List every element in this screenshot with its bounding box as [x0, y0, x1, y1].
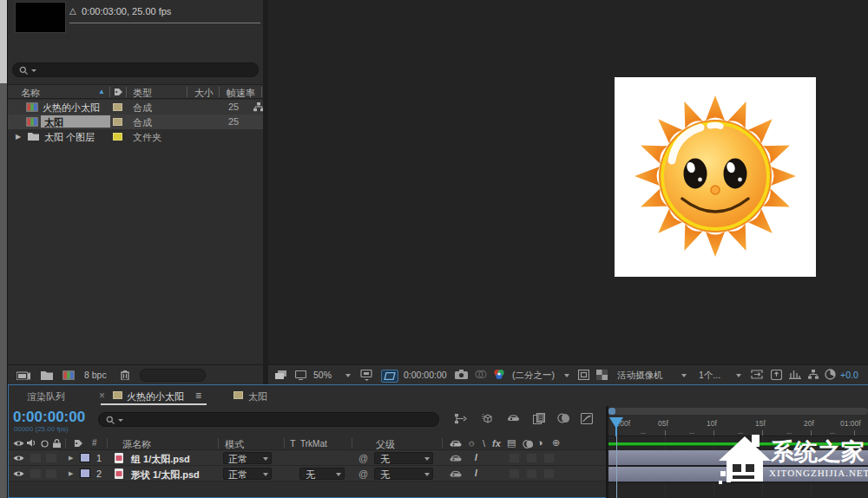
panel-menu-icon[interactable]: ≡: [195, 390, 201, 402]
blend-mode-chevron[interactable]: [263, 473, 268, 476]
project-row-folder-sun-layers[interactable]: ▶ 太阳 个图层 文件夹: [8, 129, 263, 144]
exposure-wheel-icon[interactable]: [825, 369, 836, 380]
solo-cell[interactable]: [30, 469, 42, 479]
new-composition-icon[interactable]: [62, 370, 75, 380]
project-search-input[interactable]: [43, 64, 217, 78]
magnification-chevron[interactable]: [345, 374, 351, 377]
switch-cell[interactable]: [526, 453, 537, 463]
tab-close-icon[interactable]: ×: [99, 390, 105, 402]
label-tag-icon[interactable]: [74, 439, 83, 448]
threed-layer-icon[interactable]: ⊕: [552, 437, 560, 449]
search-options-chevron[interactable]: [31, 69, 36, 72]
lock-cell[interactable]: [45, 453, 57, 463]
transparency-grid-icon[interactable]: [596, 370, 608, 380]
column-mode[interactable]: 模式: [225, 438, 244, 451]
trkmat-value[interactable]: 无: [306, 469, 315, 482]
bit-depth-label[interactable]: 8 bpc: [84, 370, 107, 380]
solo-cell[interactable]: [30, 453, 42, 463]
layer-row-2[interactable]: ▶ 2 形状 1/太阳.psd 正常 无 @ 无 /: [9, 466, 606, 482]
eye-icon[interactable]: [13, 470, 24, 477]
blend-mode-chevron[interactable]: [263, 457, 268, 461]
column-name[interactable]: 名称: [21, 87, 40, 100]
timeline-search-box[interactable]: [98, 412, 439, 427]
parent-chevron[interactable]: [424, 457, 430, 461]
hide-shy-layers-icon[interactable]: [507, 413, 520, 423]
collapse-transformations-icon[interactable]: ☼: [467, 437, 476, 448]
layer-label-chip[interactable]: [80, 453, 90, 462]
share-view-options-icon[interactable]: [751, 370, 763, 379]
switch-cell[interactable]: [543, 453, 555, 463]
channel-rgb-icon[interactable]: [493, 369, 505, 380]
timeline-current-timecode[interactable]: 0:00:00:00: [13, 409, 85, 426]
tab-render-queue[interactable]: 渲染队列: [27, 390, 65, 403]
layer-source-name[interactable]: 组 1/太阳.psd: [131, 453, 190, 466]
shy-switch-icon[interactable]: [450, 469, 462, 479]
navigator-start-handle[interactable]: [608, 408, 615, 415]
expand-arrow-icon[interactable]: ▶: [16, 133, 21, 141]
column-layer-number[interactable]: #: [92, 438, 97, 448]
frame-blending-icon[interactable]: [533, 413, 545, 424]
parent-value[interactable]: 无: [380, 469, 390, 482]
composition-canvas[interactable]: [615, 77, 816, 277]
composition-mini-flowchart-icon[interactable]: [455, 414, 468, 424]
primary-viewer-icon[interactable]: [295, 370, 306, 380]
quality-switch-icon[interactable]: /: [475, 452, 477, 462]
effects-fx-icon[interactable]: fx: [492, 438, 501, 449]
graph-editor-icon[interactable]: [581, 413, 593, 424]
shy-switch-icon[interactable]: [450, 439, 462, 449]
viewer-timecode[interactable]: 0:00:00:00: [404, 370, 447, 380]
always-preview-icon[interactable]: [275, 370, 286, 380]
project-row-comp-hot-sun[interactable]: 火热的小太阳 合成 25: [8, 100, 263, 115]
quality-icon[interactable]: \: [483, 438, 485, 449]
fast-previews-icon[interactable]: [808, 370, 819, 379]
new-folder-icon[interactable]: [41, 370, 53, 380]
column-parent[interactable]: 父级: [376, 438, 395, 451]
parent-pickwhip-icon[interactable]: @: [358, 469, 368, 479]
tab-comp-main[interactable]: 火热的小太阳: [127, 390, 184, 403]
view-count-value[interactable]: 1个...: [699, 370, 720, 382]
expand-arrow-icon[interactable]: ▶: [69, 470, 73, 477]
eye-icon[interactable]: [13, 455, 24, 462]
grid-guides-options-icon[interactable]: [360, 370, 373, 381]
trash-icon[interactable]: [121, 370, 129, 380]
motion-blur-switch-icon[interactable]: [523, 440, 534, 449]
exposure-value[interactable]: +0.0: [840, 370, 858, 380]
time-navigator-bar[interactable]: [608, 408, 868, 415]
search-options-chevron[interactable]: [118, 419, 123, 422]
project-row-comp-sun[interactable]: 太阳 合成 25: [8, 115, 263, 129]
blend-mode-value[interactable]: 正常: [228, 453, 247, 466]
shy-switch-icon[interactable]: [450, 454, 462, 463]
view-count-chevron[interactable]: [736, 374, 741, 377]
snapshot-camera-icon[interactable]: [455, 370, 468, 379]
interpret-footage-icon[interactable]: [16, 370, 30, 380]
column-framerate[interactable]: 帧速率: [227, 87, 255, 100]
switch-cell[interactable]: [543, 469, 555, 479]
expand-arrow-icon[interactable]: ▶: [69, 455, 73, 462]
label-color-chip[interactable]: [113, 133, 122, 141]
playhead-stem[interactable]: [615, 417, 617, 436]
resolution-value[interactable]: (二分之一): [512, 370, 555, 382]
parent-value[interactable]: 无: [380, 453, 390, 466]
label-color-chip[interactable]: [113, 103, 122, 111]
playhead-line[interactable]: [616, 436, 617, 498]
switch-cell[interactable]: [509, 453, 520, 463]
motion-blur-icon[interactable]: [557, 413, 570, 423]
blend-mode-value[interactable]: 正常: [228, 469, 247, 482]
label-color-chip[interactable]: [113, 118, 122, 126]
column-source-name[interactable]: 源名称: [122, 438, 151, 451]
timeline-search-input[interactable]: [128, 414, 370, 428]
draft-3d-icon[interactable]: [481, 413, 493, 424]
frame-blend-switch-icon[interactable]: ▤: [507, 437, 516, 449]
switch-cell[interactable]: [526, 469, 537, 479]
column-trkmat[interactable]: TrkMat: [300, 439, 327, 449]
resolution-chevron[interactable]: [564, 374, 569, 377]
adjustment-layer-icon[interactable]: ◑: [537, 437, 543, 448]
column-type[interactable]: 类型: [133, 87, 152, 100]
layer-label-chip[interactable]: [80, 469, 90, 478]
layer-row-1[interactable]: ▶ 1 组 1/太阳.psd 正常 @ 无 /: [9, 450, 606, 466]
show-snapshot-icon[interactable]: [475, 370, 487, 379]
sort-ascending-icon[interactable]: ▲: [98, 88, 105, 95]
project-search-box[interactable]: [12, 62, 259, 77]
label-tag-icon[interactable]: [114, 88, 123, 96]
region-of-interest-icon[interactable]: [381, 370, 398, 383]
